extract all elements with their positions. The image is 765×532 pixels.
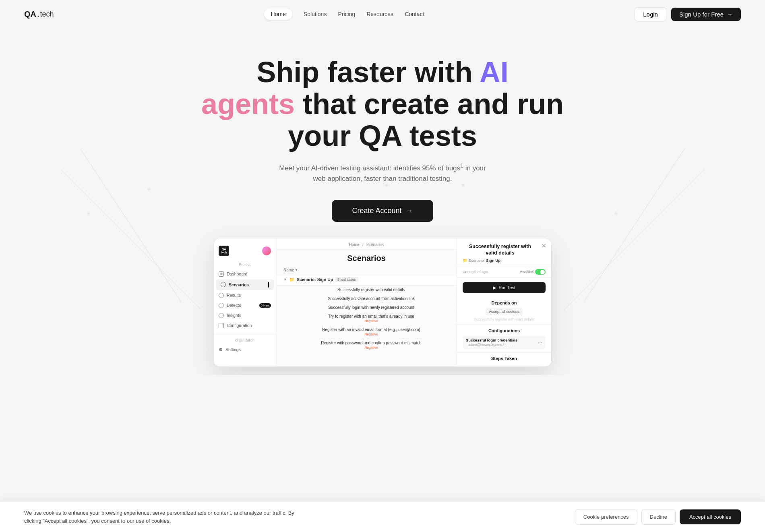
sidebar-logo-mark: QAtech (219, 246, 229, 256)
scenario-row-header[interactable]: ▼ 📁 Scenario: Sign Up 8 test cases (283, 277, 449, 282)
test-case-6-neg: Negative (293, 346, 449, 350)
config-value: admin@example.com / ··········· (466, 343, 517, 347)
subtext-sup: 1 (460, 162, 463, 169)
config-more-button[interactable]: ··· (538, 339, 542, 345)
test-case-5-label: Register with an invalid email format (e… (293, 327, 449, 332)
logo-dot: . (37, 10, 39, 19)
navbar: QA.tech Home Solutions Pricing Resources… (0, 0, 765, 28)
dashboard-label: Dashboard (227, 271, 247, 276)
enabled-toggle[interactable] (535, 269, 546, 275)
sidebar-item-results[interactable]: Results (214, 290, 276, 300)
test-case-6-label: Register with password and confirm passw… (293, 341, 449, 345)
configuration-icon (219, 323, 224, 328)
hero-headline: Ship faster with AI agents that create a… (189, 56, 576, 152)
test-case-5[interactable]: Register with an invalid email format (e… (276, 325, 457, 339)
breadcrumb-home[interactable]: Home (349, 242, 360, 247)
signup-button[interactable]: Sign Up for Free → (671, 8, 741, 21)
steps-section: Steps Taken (457, 353, 551, 364)
detail-scenario-label: Scenario: (469, 258, 485, 263)
nav-link-home[interactable]: Home (264, 8, 292, 20)
scenarios-title: Scenarios (276, 250, 457, 266)
test-case-2[interactable]: Successfully activate account from activ… (276, 294, 457, 303)
logo: QA.tech (24, 10, 54, 19)
depends-sub: Successfully register with valid details (463, 317, 546, 321)
detail-header: ✕ Successfully register with valid detai… (457, 238, 551, 267)
test-case-4-neg: Negative (293, 319, 449, 323)
detail-scenario-name: Sign Up (486, 258, 500, 263)
test-case-1[interactable]: Successfully register with valid details (276, 286, 457, 294)
configuration-label: Configuration (227, 323, 252, 328)
scenario-group-row: ▼ 📁 Scenario: Sign Up 8 test cases (276, 274, 457, 286)
defects-badge: 5 New (259, 303, 271, 308)
scenarios-icon (221, 282, 226, 287)
scenarios-bar (268, 282, 269, 288)
test-case-5-neg: Negative (293, 332, 449, 336)
depends-tag[interactable]: Accept all cookies (486, 308, 523, 315)
headline-part3: that create and run your QA tests (288, 88, 564, 152)
cta-label: Create Account (352, 207, 401, 215)
logo-tech: tech (40, 10, 54, 19)
detail-panel: ✕ Successfully register with valid detai… (457, 238, 551, 366)
depends-section: Depends on Accept all cookies Successful… (457, 297, 551, 325)
nav-link-solutions[interactable]: Solutions (304, 11, 327, 17)
scenarios-label: Scenarios (229, 282, 249, 287)
sort-chevron: ▾ (296, 268, 297, 272)
sidebar-item-defects[interactable]: Defects 5 New (214, 300, 276, 311)
test-case-4-label: Try to register with an email that's alr… (293, 314, 449, 319)
sidebar-logo-text: QAtech (221, 248, 227, 254)
scenario-name: Scenario: Sign Up (297, 277, 333, 282)
sidebar-divider (214, 334, 276, 334)
test-case-3[interactable]: Successfully login with newly registered… (276, 303, 457, 312)
create-account-button[interactable]: Create Account → (332, 200, 433, 222)
mockup-sidebar: QAtech Project ⊞ Dashboard Scenarios Res… (214, 238, 276, 366)
toggle-knob (540, 270, 545, 274)
detail-meta-row: Created 2d ago Enabled (457, 266, 551, 278)
nav-link-resources[interactable]: Resources (366, 11, 393, 17)
nav-link-contact[interactable]: Contact (405, 11, 424, 17)
run-test-button[interactable]: ▶ Run Test (463, 282, 546, 293)
signup-label: Sign Up for Free (679, 11, 724, 18)
nav-links: Home Solutions Pricing Resources Contact (264, 8, 424, 20)
sidebar-item-dashboard[interactable]: ⊞ Dashboard (214, 269, 276, 279)
expand-chevron: ▼ (283, 277, 287, 282)
sidebar-item-insights[interactable]: Insights (214, 311, 276, 321)
sidebar-item-scenarios[interactable]: Scenarios (216, 279, 274, 290)
hero-content: Ship faster with AI agents that create a… (8, 56, 757, 222)
breadcrumb-current: Scenarios (366, 242, 384, 247)
results-icon (219, 293, 224, 298)
sidebar-item-settings[interactable]: ⚙ Settings (214, 345, 276, 355)
test-case-4[interactable]: Try to register with an email that's alr… (276, 312, 457, 325)
name-header[interactable]: Name ▾ (283, 268, 449, 272)
breadcrumb: Home / Scenarios (283, 242, 449, 247)
config-title: Configurations (463, 328, 546, 333)
sidebar-item-configuration[interactable]: Configuration (214, 321, 276, 331)
steps-title: Steps Taken (463, 356, 546, 361)
detail-close-button[interactable]: ✕ (542, 242, 546, 249)
headline-agents: agents (201, 88, 295, 120)
mockup-main: Home / Scenarios Scenarios Name ▾ ▼ 📁 Sc… (276, 238, 457, 366)
settings-icon: ⚙ (219, 347, 223, 352)
config-info: Successful login credentials admin@examp… (466, 338, 517, 347)
mockup-top-bar: Home / Scenarios (276, 238, 457, 250)
signup-arrow: → (727, 11, 733, 18)
depends-title: Depends on (463, 300, 546, 305)
cta-arrow: → (406, 207, 413, 215)
nav-link-pricing[interactable]: Pricing (338, 11, 355, 17)
defects-icon (219, 303, 224, 308)
subtext-main: Meet your AI-driven testing assistant: i… (279, 164, 460, 172)
login-button[interactable]: Login (635, 7, 666, 21)
nav-actions: Login Sign Up for Free → (635, 7, 741, 21)
insights-icon (219, 313, 224, 318)
sidebar-avatar[interactable] (262, 246, 271, 255)
config-section: Configurations Successful login credenti… (457, 325, 551, 353)
test-count-badge: 8 test cases (335, 277, 358, 282)
headline-ai: AI (480, 56, 509, 88)
insights-label: Insights (227, 313, 241, 318)
sidebar-section-org: Organization (214, 337, 276, 345)
config-name: Successful login credentials (466, 338, 517, 342)
test-case-6[interactable]: Register with password and confirm passw… (276, 339, 457, 352)
detail-scenario-row: 📁 Scenario: Sign Up (463, 258, 546, 263)
dashboard-icon: ⊞ (219, 271, 224, 277)
results-label: Results (227, 293, 241, 298)
breadcrumb-sep: / (362, 242, 364, 247)
